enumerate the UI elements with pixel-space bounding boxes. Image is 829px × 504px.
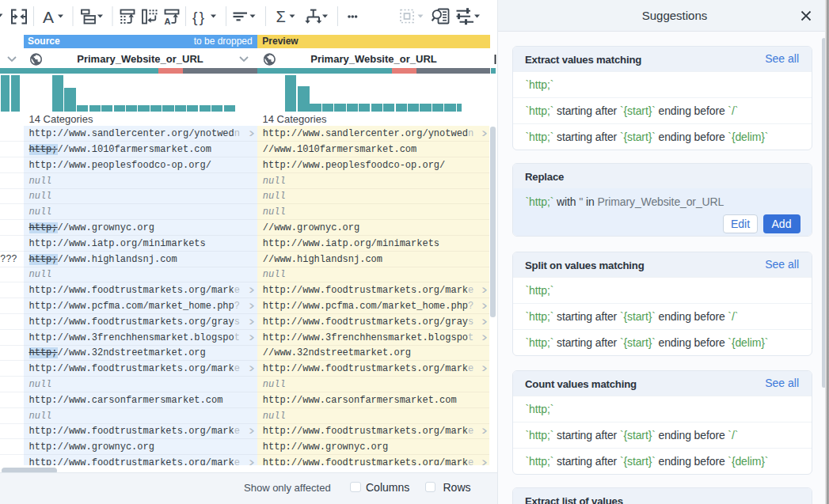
svg-text:A: A xyxy=(43,8,54,26)
svg-text:Σ: Σ xyxy=(276,8,286,25)
svg-text:Primary_Website_or_URL: Primary_Website_or_URL xyxy=(77,53,203,65)
svg-text:Primary_Website_or_URL: Primary_Website_or_URL xyxy=(310,53,436,65)
svg-text:A: A xyxy=(165,17,171,26)
svg-text:{}: {} xyxy=(192,9,207,25)
